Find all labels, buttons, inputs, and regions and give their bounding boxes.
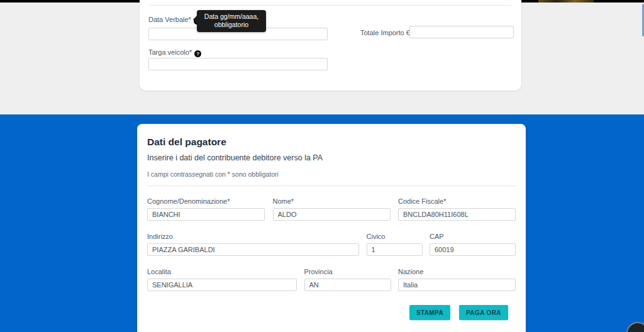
button-row: STAMPA PAGA ORA — [409, 305, 508, 320]
indirizzo-input[interactable] — [147, 243, 359, 256]
payer-card-subtitle: Inserire i dati del contribuente debitor… — [147, 153, 323, 162]
codice-fiscale-field: Codice Fiscale* — [398, 197, 516, 221]
totale-importo-label: Totale Importo € — [360, 29, 410, 37]
payer-data-card: Dati del pagatore Inserire i dati del co… — [137, 124, 526, 332]
civico-label: Civico — [367, 233, 423, 241]
form-row-3: Localita Provincia Nazione — [147, 268, 516, 291]
provincia-field: Provincia — [304, 268, 391, 291]
form-row-2: Indirizzo Civico CAP — [147, 233, 516, 256]
top-bar-artifact — [538, 0, 594, 3]
provincia-label: Provincia — [304, 268, 391, 276]
totale-importo-input[interactable] — [409, 26, 514, 38]
paga-ora-button[interactable]: PAGA ORA — [459, 305, 508, 320]
cap-label: CAP — [430, 233, 516, 241]
nazione-input[interactable] — [398, 279, 516, 291]
stampa-button[interactable]: STAMPA — [409, 305, 450, 320]
indirizzo-field: Indirizzo — [147, 233, 359, 256]
page: Data Verbale*? Data gg/mm/aaaa, obbligat… — [0, 0, 644, 332]
codice-fiscale-label: Codice Fiscale* — [398, 197, 516, 206]
tooltip-arrow — [193, 16, 197, 23]
verbale-form-card: Data Verbale*? Data gg/mm/aaaa, obbligat… — [140, 0, 521, 91]
cognome-input[interactable] — [147, 208, 265, 221]
form-row-1: Cognome/Denominazione* Nome* Codice Fisc… — [147, 197, 516, 221]
nazione-field: Nazione — [398, 268, 516, 291]
nome-label: Nome* — [273, 197, 391, 206]
localita-input[interactable] — [147, 279, 297, 291]
totale-importo-label-text: Totale Importo € — [360, 29, 410, 36]
localita-label: Localita — [147, 268, 297, 276]
indirizzo-label: Indirizzo — [147, 233, 359, 241]
tooltip-line2: obbligatorio — [201, 21, 262, 29]
nome-field: Nome* — [273, 197, 391, 221]
civico-field: Civico — [367, 233, 423, 256]
targa-veicolo-input[interactable] — [148, 58, 328, 70]
civico-input[interactable] — [367, 243, 423, 256]
nome-input[interactable] — [273, 208, 391, 221]
help-icon[interactable]: ? — [194, 50, 201, 57]
cap-field: CAP — [430, 233, 516, 256]
codice-fiscale-input[interactable] — [398, 208, 516, 221]
cap-input[interactable] — [430, 243, 516, 256]
targa-veicolo-label: Targa veicolo*? — [148, 48, 201, 57]
targa-veicolo-label-text: Targa veicolo* — [148, 48, 192, 56]
data-verbale-label-text: Data Verbale* — [148, 16, 191, 23]
tooltip-line1: Data gg/mm/aaaa, — [201, 13, 262, 21]
cognome-field: Cognome/Denominazione* — [147, 197, 265, 221]
localita-field: Localita — [147, 268, 297, 291]
payer-card-title: Dati del pagatore — [147, 136, 226, 148]
nazione-label: Nazione — [398, 268, 516, 276]
required-fields-note: I campi contrassegnati con * sono obblig… — [147, 170, 279, 178]
tooltip: Data gg/mm/aaaa, obbligatorio — [197, 10, 266, 32]
cognome-label: Cognome/Denominazione* — [147, 197, 265, 206]
divider — [147, 185, 516, 186]
divider — [150, 5, 511, 6]
provincia-input[interactable] — [304, 279, 391, 291]
